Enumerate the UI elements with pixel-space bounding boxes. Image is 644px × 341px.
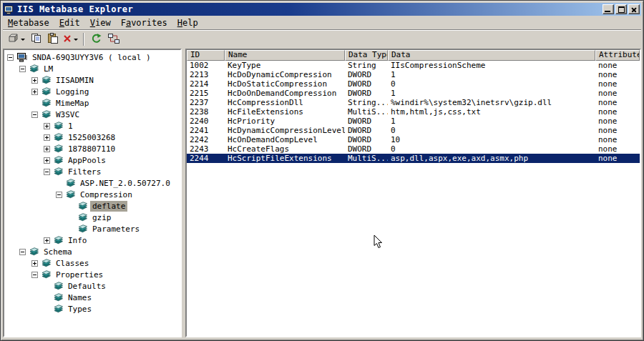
collapse-box-icon[interactable]	[19, 66, 26, 72]
attributes-cell: none	[595, 98, 640, 107]
menu-favorites[interactable]: Favorites	[116, 16, 172, 29]
tree-item-label: ASP.NET_2.0.50727.0	[78, 178, 172, 189]
tree-item-schema[interactable]: Schema	[4, 246, 180, 257]
tree-item-logging[interactable]: Logging	[4, 86, 180, 97]
expand-box-icon[interactable]	[44, 123, 50, 129]
tree-item-compression[interactable]: Compression	[4, 189, 180, 200]
column-header-data[interactable]: Data	[388, 50, 595, 61]
tree-item-lm[interactable]: LM	[4, 63, 180, 74]
window-title: IIS Metabase Explorer	[17, 4, 600, 14]
tree-item-w3svc[interactable]: W3SVC	[4, 109, 180, 120]
id-cell: 2240	[187, 117, 225, 126]
new-key-button[interactable]	[6, 31, 26, 47]
id-cell: 2213	[187, 70, 225, 79]
property-row-2242[interactable]: 2242HcOnDemandCompLevelDWORD10none	[187, 135, 640, 144]
metabase-key-icon	[65, 179, 76, 187]
delete-icon	[63, 34, 72, 45]
connect-button[interactable]	[105, 31, 122, 47]
expand-box-icon[interactable]	[31, 260, 38, 267]
collapse-box-icon[interactable]	[31, 272, 38, 278]
property-row-2215[interactable]: 2215HcDoOnDemandCompressionDWORD1none	[187, 89, 640, 98]
tree-item-asp-net-2-0-50727-0[interactable]: ASP.NET_2.0.50727.0	[4, 177, 180, 189]
property-row-1002[interactable]: 1002KeyTypeStringIIsCompressionSchemenon…	[187, 61, 640, 70]
expand-box-icon[interactable]	[44, 237, 50, 244]
tree-item-types[interactable]: Types	[4, 303, 180, 315]
properties-list: IDNameData TypeDataAttributes 1002KeyTyp…	[185, 49, 641, 337]
copy-button[interactable]	[27, 31, 44, 47]
column-header-data-type[interactable]: Data Type	[345, 50, 388, 61]
tree-item-label: 1878807110	[66, 144, 117, 154]
tree-item-gzip[interactable]: gzip	[4, 212, 180, 223]
property-row-2213[interactable]: 2213HcDoDynamicCompressionDWORD1none	[187, 70, 640, 79]
close-button[interactable]	[628, 4, 640, 14]
tree-item-1525003268[interactable]: 1525003268	[4, 132, 180, 143]
property-row-2240[interactable]: 2240HcPriorityDWORD1none	[187, 117, 640, 126]
attributes-cell: none	[595, 89, 640, 98]
expand-box-icon[interactable]	[44, 146, 50, 152]
property-row-2237[interactable]: 2237HcCompressionDllString...%windir%\sy…	[187, 98, 640, 107]
menu-help[interactable]: Help	[172, 16, 203, 29]
expand-box-icon[interactable]	[31, 89, 38, 95]
name-cell: HcPriority	[225, 117, 345, 126]
data-cell: 10	[388, 135, 595, 144]
tree-item-label: Properties	[54, 270, 105, 280]
column-header-id[interactable]: ID	[187, 50, 225, 61]
app-window: IIS Metabase Explorer MetabaseEditViewFa…	[0, 0, 644, 341]
expand-box-icon[interactable]	[44, 157, 50, 164]
tree-item-classes[interactable]: Classes	[4, 257, 180, 269]
data-type-cell: String...	[345, 98, 388, 107]
tree-item-info[interactable]: Info	[4, 234, 180, 246]
attributes-cell: none	[595, 117, 640, 126]
tree-item-properties[interactable]: Properties	[4, 269, 180, 280]
toolbar	[3, 29, 641, 49]
tree-item-apppools[interactable]: AppPools	[4, 154, 180, 166]
id-cell: 2241	[187, 126, 225, 135]
expand-box-icon[interactable]	[31, 77, 38, 84]
menu-edit[interactable]: Edit	[54, 16, 85, 29]
metabase-key-icon	[53, 282, 64, 290]
tree-item-1[interactable]: 1	[4, 120, 180, 132]
property-row-2241[interactable]: 2241HcDynamicCompressionLevelDWORD0none	[187, 126, 640, 135]
tree-item-iisadmin[interactable]: IISADMIN	[4, 74, 180, 86]
name-cell: HcDoDynamicCompression	[225, 70, 345, 79]
computer-icon	[16, 53, 28, 62]
metabase-key-icon	[53, 133, 64, 142]
tree-item-snda-69q3uyy3v6-local[interactable]: SNDA-69Q3UYY3V6 ( local )	[4, 51, 180, 63]
tree-item-label: Defaults	[66, 281, 108, 292]
maximize-button[interactable]	[615, 4, 627, 14]
refresh-button[interactable]	[88, 31, 104, 47]
column-header-name[interactable]: Name	[225, 50, 345, 61]
paste-button[interactable]	[44, 31, 61, 47]
menu-view[interactable]: View	[85, 16, 116, 29]
maximize-icon	[618, 6, 625, 13]
close-icon	[629, 5, 639, 14]
property-row-2214[interactable]: 2214HcDoStaticCompressionDWORD0none	[187, 79, 640, 89]
minimize-button[interactable]	[602, 4, 614, 14]
tree-item-label: Types	[66, 304, 94, 315]
collapse-box-icon[interactable]	[31, 112, 38, 118]
dropdown-arrow-icon[interactable]	[21, 39, 25, 41]
dropdown-arrow-icon[interactable]	[74, 39, 78, 41]
menu-metabase[interactable]: Metabase	[3, 16, 54, 29]
tree-item-filters[interactable]: Filters	[4, 166, 180, 177]
tree-item-deflate[interactable]: deflate	[4, 200, 180, 212]
tree-item-names[interactable]: Names	[4, 292, 180, 303]
expand-box-icon[interactable]	[44, 134, 50, 141]
collapse-box-icon[interactable]	[7, 54, 14, 61]
attributes-cell: none	[595, 154, 640, 163]
property-row-2244[interactable]: 2244HcScriptFileExtensionsMultiS...asp,d…	[187, 154, 640, 163]
column-header-attributes[interactable]: Attributes	[595, 50, 640, 61]
metabase-key-icon	[53, 236, 64, 244]
property-row-2243[interactable]: 2243HcCreateFlagsDWORD0none	[187, 144, 640, 154]
tree-item-mimemap[interactable]: MimeMap	[4, 97, 180, 109]
tree-item-parameters[interactable]: Parameters	[4, 223, 180, 234]
tree-item-defaults[interactable]: Defaults	[4, 280, 180, 292]
delete-button[interactable]	[62, 31, 79, 47]
tree-item-1878807110[interactable]: 1878807110	[4, 143, 180, 154]
property-row-2238[interactable]: 2238HcFileExtensionsMultiS...htm,html,js…	[187, 107, 640, 117]
collapse-box-icon[interactable]	[19, 249, 26, 255]
collapse-box-icon[interactable]	[56, 192, 62, 198]
tree-item-label: SNDA-69Q3UYY3V6 ( local )	[30, 52, 153, 63]
collapse-box-icon[interactable]	[44, 169, 50, 175]
tree-item-label: gzip	[90, 212, 114, 223]
